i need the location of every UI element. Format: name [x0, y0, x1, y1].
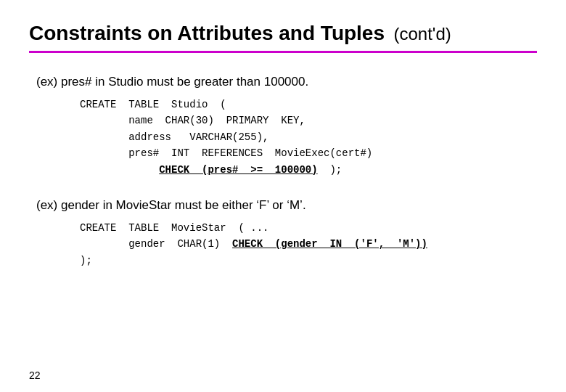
- page-number: 22: [29, 369, 41, 381]
- check-keyword: CHECK (pres# >= 100000): [159, 164, 317, 176]
- page-title: Constraints on Attributes and Tuples: [29, 22, 385, 44]
- example1-code: CREATE TABLE Studio ( name CHAR(30) PRIM…: [36, 97, 537, 178]
- example1-block: (ex) pres# in Studio must be greater tha…: [29, 75, 537, 178]
- page-container: Constraints on Attributes and Tuples (co…: [0, 0, 566, 392]
- example2-intro: (ex) gender in MovieStar must be either …: [36, 198, 537, 213]
- code-line: CHECK (pres# >= 100000) );: [80, 162, 537, 178]
- code-line: name CHAR(30) PRIMARY KEY,: [80, 113, 537, 128]
- title-section: Constraints on Attributes and Tuples (co…: [29, 22, 537, 53]
- example2-block: (ex) gender in MovieStar must be either …: [29, 198, 537, 269]
- code-line: CREATE TABLE MovieStar ( ...: [80, 220, 537, 236]
- example1-intro: (ex) pres# in Studio must be greater tha…: [36, 75, 537, 89]
- example2-code: CREATE TABLE MovieStar ( ... gender CHAR…: [36, 220, 537, 269]
- code-line: pres# INT REFERENCES MovieExec(cert#): [80, 145, 537, 161]
- code-line: CREATE TABLE Studio (: [80, 97, 537, 113]
- page-title-contd: (cont'd): [393, 24, 451, 44]
- check-keyword-2: CHECK (gender IN ('F', 'M')): [232, 238, 427, 250]
- code-line: gender CHAR(1) CHECK (gender IN ('F', 'M…: [80, 236, 537, 252]
- code-line: address VARCHAR(255),: [80, 129, 537, 145]
- code-line: );: [80, 253, 537, 269]
